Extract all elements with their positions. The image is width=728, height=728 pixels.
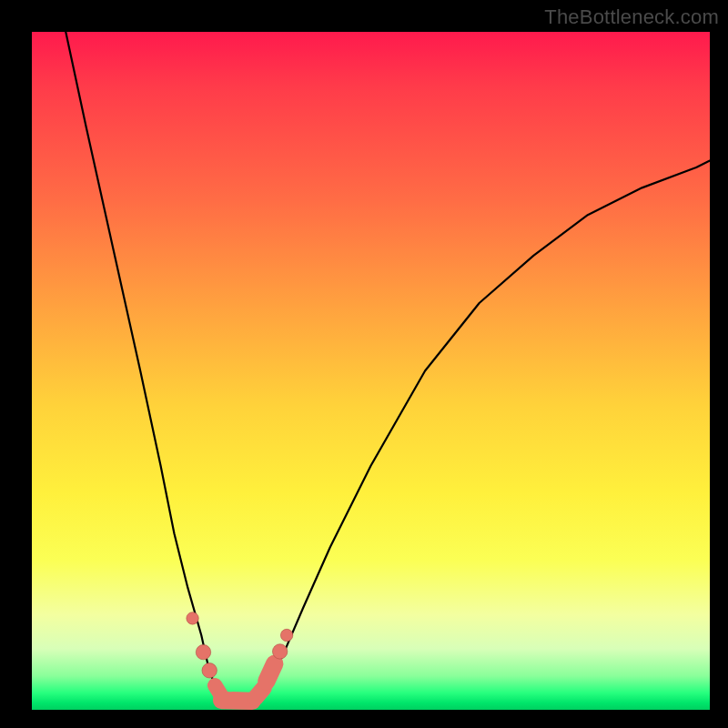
marker-pill bbox=[222, 701, 253, 702]
marker-dot bbox=[187, 612, 198, 624]
watermark-text: TheBottleneck.com bbox=[544, 5, 719, 29]
marker-pill bbox=[256, 688, 264, 697]
curve-svg bbox=[32, 32, 710, 710]
marker-dot bbox=[272, 644, 287, 659]
marker-pill bbox=[267, 663, 275, 681]
plot-area bbox=[32, 32, 710, 710]
marker-dot bbox=[202, 663, 217, 678]
marker-dot bbox=[280, 629, 292, 641]
chart-frame: TheBottleneck.com bbox=[0, 0, 728, 728]
curve-markers bbox=[187, 612, 293, 702]
bottleneck-curve bbox=[66, 32, 710, 703]
marker-dot bbox=[196, 644, 210, 659]
